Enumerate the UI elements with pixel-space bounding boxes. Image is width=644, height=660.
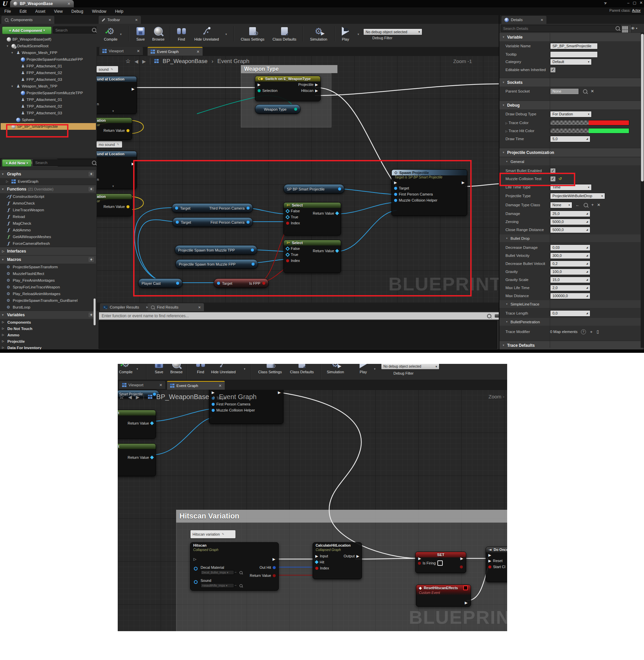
tab-find-results[interactable]: Find Results✕ (147, 303, 204, 311)
value-number[interactable]: 0,2◢ (550, 261, 590, 267)
target-pin[interactable] (217, 282, 220, 285)
output-pin[interactable] (251, 249, 254, 252)
section-functions[interactable]: ▾Functions(21 Overridable)+ (0, 185, 96, 193)
play-options-caret[interactable]: ▾ (358, 32, 359, 36)
expander-icon[interactable]: ▷ (2, 340, 5, 343)
component-row-tpp-attachment-02[interactable]: ♟TPP_Attachment_02 (1, 103, 96, 110)
debug-object-dropdown[interactable]: No debug object selected▾ (363, 28, 422, 35)
hide-unrelated-button[interactable]: Hide Unrelated (207, 364, 240, 374)
section-graphs[interactable]: ▾Graphs+ (0, 170, 96, 178)
exec-in-pin[interactable]: ▶ (418, 557, 421, 560)
comment-bubble-sound[interactable]: sound✎ (97, 66, 118, 72)
myblueprint-search-input[interactable]: Search (33, 159, 99, 166)
checkbox[interactable]: ✓ (550, 168, 556, 174)
browse-button[interactable]: Browse (147, 25, 169, 41)
expander-icon[interactable]: ▾ (12, 85, 15, 88)
list-item-getallweaponmeshes[interactable]: ƒGetAllWeaponMeshes (0, 233, 96, 240)
return-value-pin[interactable] (273, 574, 276, 577)
component-row-tpp-attachment-01[interactable]: ♟TPP_Attachment_01 (1, 96, 96, 103)
expander-icon[interactable]: ▷ (2, 250, 5, 253)
node-getter-1[interactable]: ation or Return Value (97, 117, 132, 140)
expander-icon[interactable]: ▾ (12, 51, 15, 54)
section-trace-defaults[interactable]: ▾Trace Defaults (500, 341, 643, 350)
value-number[interactable]: 100,0◢ (550, 268, 590, 275)
expander-icon[interactable]: ▾ (2, 172, 5, 176)
index-pin[interactable] (315, 567, 318, 570)
section-variable[interactable]: ▾Variable (500, 32, 643, 41)
menu-debug[interactable]: Debug (67, 9, 88, 14)
close-window-button[interactable]: ✕ (640, 1, 643, 5)
first-person-camera-pin[interactable] (394, 193, 397, 196)
breadcrumb-root[interactable]: BP_WeaponBase (156, 393, 209, 401)
sound-dropdown[interactable]: AssaultRifle_Impa▾ (201, 583, 234, 588)
expander-icon[interactable]: ▷ (505, 130, 507, 133)
clear-icon[interactable]: ✕ (591, 89, 594, 94)
close-icon[interactable]: ✕ (67, 2, 70, 6)
add-component-button[interactable]: + Add Component▾ (2, 26, 52, 34)
first-person-camera-pin[interactable] (212, 403, 215, 406)
return-value-pin[interactable] (335, 249, 339, 253)
expander-icon[interactable]: ▾ (503, 151, 504, 154)
color-bar[interactable] (550, 120, 629, 125)
asset-tab[interactable]: BP_WeaponBase ✕ (10, 0, 74, 7)
expander-icon[interactable]: ▾ (2, 187, 5, 191)
is-firing-pin[interactable] (418, 562, 421, 565)
expander-icon[interactable]: ▾ (503, 344, 504, 347)
value-number[interactable]: 5000,0◢ (550, 227, 590, 233)
find-references-input[interactable]: Enter function or event name to find ref… (99, 312, 503, 320)
return-value-pin[interactable] (335, 211, 339, 215)
compile-button[interactable]: ⚙✓Compile (100, 25, 121, 41)
menu-asset[interactable]: Asset (31, 9, 50, 14)
exec-in-pin[interactable]: ▶ (488, 553, 491, 557)
subsection-bulletpenetration[interactable]: ▾BulletPenetration (500, 318, 644, 326)
add-new-button[interactable]: + Add New▾ (2, 159, 31, 167)
variable-category-ammo[interactable]: ▷Ammo (0, 332, 96, 338)
class-dropdown[interactable]: None▾ (550, 202, 572, 208)
socket-value[interactable]: None (550, 88, 579, 95)
return-value-pin[interactable] (150, 421, 154, 425)
return-value-pin[interactable] (150, 455, 154, 459)
value-number[interactable]: 5000,0◢ (550, 219, 590, 225)
expander-icon[interactable]: ▷ (6, 180, 9, 183)
component-row-tpp-attachment-03[interactable]: ♟TPP_Attachment_03 (1, 110, 96, 116)
component-row-bp-weaponbase-self-[interactable]: BP_WeaponBase(self) (1, 36, 96, 43)
clear-icon[interactable]: ✕ (597, 203, 600, 207)
output-pin[interactable] (247, 207, 250, 210)
delete-icon[interactable]: ▯ (597, 329, 599, 334)
play-button[interactable]: Play (355, 364, 372, 374)
value-dropdown[interactable]: Default▾ (550, 59, 592, 65)
value-dropdown[interactable]: Time▾ (550, 184, 592, 190)
node-do-once[interactable]: ⇥Do Once ▶ ▶Reset Start Cl (486, 547, 507, 582)
class-settings-button[interactable]: ⚙Class Settings (254, 364, 286, 374)
true-pin[interactable] (285, 253, 290, 257)
menu-window[interactable]: Window (88, 9, 111, 14)
value-number[interactable]: 25,0◢ (550, 211, 590, 217)
exec-out-pin[interactable]: ▶ (132, 162, 135, 165)
pill-weapon-type[interactable]: Weapon Type (255, 104, 301, 114)
section-projectile-customization[interactable]: ▾Projectile Customization (500, 148, 643, 157)
exec-out-projectile-pin[interactable]: ▶ (315, 83, 318, 86)
back-icon[interactable]: ◀ (135, 59, 138, 64)
bookmark-star-icon[interactable]: ☆ (125, 58, 131, 65)
sound-pin[interactable] (194, 580, 198, 584)
pill-first-person-camera[interactable]: TargetFirst Person Camera (172, 217, 253, 227)
start-closed-pin[interactable] (488, 565, 491, 568)
pill-player-cast[interactable]: Player Cast (138, 278, 182, 288)
exec-out-hitscan-pin[interactable]: ▶ (315, 89, 318, 92)
reset-icon[interactable]: ← (234, 570, 237, 573)
exec-out-pin[interactable]: ▶ (465, 601, 467, 604)
muzzle-collision-helper-pin[interactable] (394, 199, 397, 202)
expander-icon[interactable]: ▾ (506, 237, 507, 240)
value-number[interactable]: 0,03◢ (550, 244, 590, 251)
list-item-play_fireanimmontages[interactable]: ⚙Play_FireAnimMontages (0, 277, 96, 284)
exec-out-pin[interactable]: ▶ (356, 555, 359, 558)
subsection-simplelinetrace[interactable]: ▾SimpleLineTrace (500, 300, 644, 308)
list-item-linetraceweapon[interactable]: ƒLineTraceWeapon (0, 207, 96, 213)
hide-unrelated-caret[interactable]: ▾ (244, 367, 246, 371)
exec-out-pin[interactable]: ▶ (273, 557, 275, 561)
expander-icon[interactable]: ▾ (503, 36, 504, 39)
simulation-button[interactable]: ⚙▶Simulation (323, 364, 348, 374)
output-pin[interactable] (247, 221, 250, 224)
output-pin[interactable] (460, 565, 463, 568)
pill-sp-bp-smart-projectile[interactable]: SP BP Smart Projectile (283, 184, 344, 194)
